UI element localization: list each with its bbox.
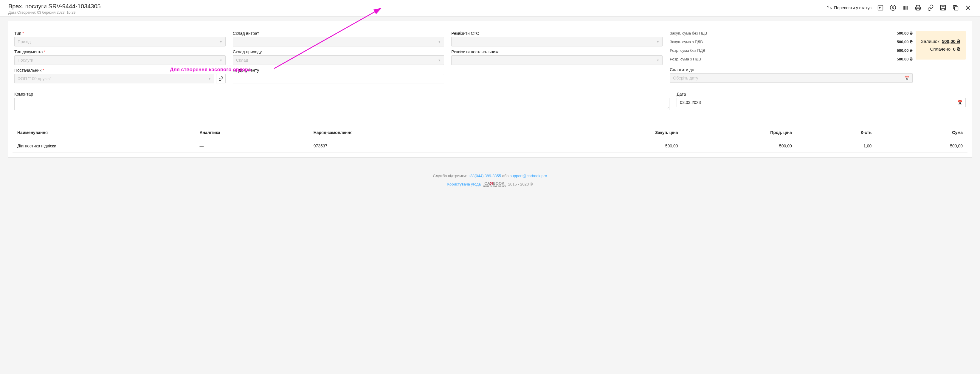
td-order: 973537 (313, 144, 541, 148)
th-sell-price: Прод. ціна (678, 130, 792, 135)
pay-until-label: Сплатити до (670, 67, 913, 72)
td-analytics: — (199, 144, 313, 148)
swap-icon (827, 5, 832, 11)
doc-no-input[interactable] (233, 74, 444, 83)
doc-no-label: № Документу (233, 68, 444, 73)
table-row: Діагностика підвіски — 973537 500,00 500… (13, 139, 967, 153)
th-order: Наряд-замовлення (313, 130, 541, 135)
income-wh-label: Склад приходу (233, 49, 444, 54)
page-header: Врах. послуги SRV-9444-1034305 Дата Ство… (0, 0, 980, 17)
balance-box: Залишок 500,00 ₴ Сплачено 0 ₴ (916, 31, 966, 60)
created-date: Дата Створення: 03 березня 2023, 10:29 (8, 10, 101, 14)
transfer-status-button[interactable]: Перевести у статус (827, 5, 872, 11)
svg-rect-2 (916, 8, 919, 10)
copy-icon[interactable] (952, 4, 959, 11)
th-sum: Сума (872, 130, 963, 135)
svg-rect-4 (955, 6, 958, 10)
doc-type-select[interactable]: Послуги▼ (14, 55, 226, 65)
type-select[interactable]: Прихід▼ (14, 37, 226, 46)
footer: Служба підтримки: +38(044) 389-3355 або … (0, 162, 980, 199)
date-input[interactable]: 03.03.2023📅 (676, 98, 966, 107)
sell-vat-row: Розр. сума з ПДВ500,00 ₴ (670, 57, 913, 61)
link-icon[interactable] (927, 4, 934, 11)
items-table: Найменування Аналітика Наряд-замовлення … (13, 126, 967, 153)
page-title: Врах. послуги SRV-9444-1034305 (8, 3, 101, 10)
barcode-icon[interactable] (902, 4, 909, 11)
buy-vat-row: Закуп. сума з ПДВ500,00 ₴ (670, 40, 913, 44)
td-qty: 1,00 (792, 144, 872, 148)
td-sum: 500,00 (872, 144, 963, 148)
supplier-req-label: Реквізити постачальника (451, 49, 663, 54)
pay-until-input[interactable]: Оберіть дату📅 (670, 73, 913, 83)
user-agreement-link[interactable]: Користувача угода (447, 182, 481, 186)
date-label: Дата (676, 92, 966, 97)
supplier-req-select[interactable]: ▼ (451, 55, 663, 65)
th-analytics: Аналітика (199, 130, 313, 135)
supplier-select[interactable]: ФОП "100 друзів"▼ (14, 74, 214, 83)
support-email[interactable]: support@carbook.pro (510, 174, 547, 178)
type-label: Тип * (14, 31, 226, 36)
print-icon[interactable] (915, 4, 921, 11)
th-qty: К-сть (792, 130, 872, 135)
th-name: Найменування (17, 130, 199, 135)
save-icon[interactable] (939, 4, 947, 11)
support-phone[interactable]: +38(044) 389-3355 (468, 174, 501, 178)
td-name: Діагностика підвіски (17, 144, 199, 148)
th-buy-price: Закуп. ціна (541, 130, 678, 135)
calendar-icon: 📅 (957, 100, 963, 105)
dollar-icon[interactable] (889, 4, 897, 11)
sto-req-label: Реквізити СТО (451, 31, 663, 36)
comment-label: Коментар (14, 92, 670, 97)
td-sell-price: 500,00 (678, 144, 792, 148)
carbook-logo: CAЯBOOKcause we love the cars (483, 181, 506, 187)
form-card: Тип * Прихід▼ Тип документа * Послуги▼ П… (8, 21, 972, 157)
income-wh-select[interactable]: Склад▼ (233, 55, 444, 65)
sell-novat-row: Розр. сума без ПДВ500,00 ₴ (670, 48, 913, 53)
doc-type-label: Тип документа * (14, 49, 226, 54)
calendar-icon: 📅 (904, 76, 909, 81)
expense-wh-label: Склад витрат (233, 31, 444, 36)
svg-rect-3 (941, 5, 946, 10)
buy-novat-row: Закуп. сума без ПДВ500,00 ₴ (670, 31, 913, 35)
comment-textarea[interactable] (14, 98, 670, 110)
td-buy-price: 500,00 (541, 144, 678, 148)
supplier-link-button[interactable] (216, 74, 226, 83)
supplier-label: Постачальник * (14, 68, 226, 73)
sto-req-select[interactable]: ▼ (451, 37, 663, 46)
close-icon[interactable] (964, 4, 972, 11)
import-icon[interactable] (877, 4, 884, 11)
expense-wh-select[interactable]: ▼ (233, 37, 444, 46)
